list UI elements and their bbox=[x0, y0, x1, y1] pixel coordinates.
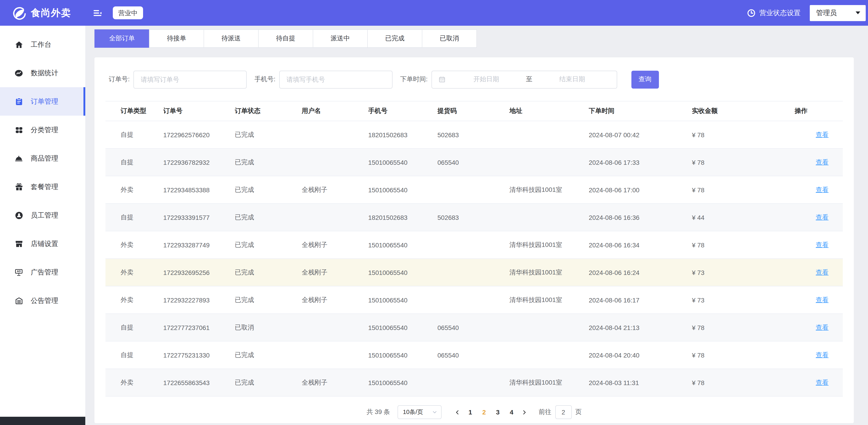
combo-icon bbox=[14, 182, 23, 191]
col-address: 地址 bbox=[509, 107, 589, 115]
cell-time: 2024-08-07 00:42 bbox=[589, 131, 692, 138]
cell-type: 外卖 bbox=[105, 296, 163, 304]
end-date-placeholder[interactable]: 结束日期 bbox=[534, 75, 610, 84]
user-name: 管理员 bbox=[816, 8, 837, 17]
page-number-1[interactable]: 1 bbox=[464, 405, 477, 419]
phone-input[interactable] bbox=[279, 70, 393, 88]
sidebar-item-employees[interactable]: 员工管理 bbox=[0, 201, 85, 229]
order-icon bbox=[14, 97, 23, 106]
sidebar-item-label: 套餐管理 bbox=[31, 182, 58, 191]
cell-time: 2024-08-04 21:13 bbox=[589, 324, 692, 331]
prev-page-button[interactable] bbox=[452, 405, 463, 419]
sidebar: 工作台 数据统计 订单管理 分类管理 bbox=[0, 26, 85, 425]
sidebar-item-label: 工作台 bbox=[31, 40, 51, 49]
tab-pending-pickup[interactable]: 待自提 bbox=[258, 29, 313, 48]
view-link[interactable]: 查看 bbox=[816, 158, 829, 166]
cell-amount: ¥ 78 bbox=[692, 324, 795, 331]
cell-actions: 查看 bbox=[795, 158, 843, 166]
next-page-button[interactable] bbox=[518, 405, 530, 419]
table-row: 自提1722775231330已完成150100655400655402024-… bbox=[105, 341, 843, 369]
sidebar-footer-bar[interactable] bbox=[0, 417, 85, 425]
cell-order-no: 1722777237061 bbox=[163, 324, 235, 331]
cell-order-no: 1722933287749 bbox=[163, 241, 235, 249]
business-status-button[interactable]: 营业状态设置 bbox=[747, 8, 801, 17]
cell-type: 外卖 bbox=[105, 241, 163, 249]
home-icon bbox=[14, 40, 23, 49]
sidebar-item-shop-settings[interactable]: 店铺设置 bbox=[0, 229, 85, 258]
page-size-value: 10条/页 bbox=[403, 408, 423, 416]
page-number-4[interactable]: 4 bbox=[505, 405, 518, 419]
page-size-select[interactable]: 10条/页 bbox=[397, 405, 441, 419]
category-icon bbox=[14, 125, 23, 135]
view-link[interactable]: 查看 bbox=[816, 131, 829, 138]
view-link[interactable]: 查看 bbox=[816, 186, 829, 193]
tab-pending-accept[interactable]: 待接单 bbox=[149, 29, 204, 48]
table-body: 自提1722962576620已完成182015026835026832024-… bbox=[105, 121, 843, 397]
cell-order-no: 1722932695256 bbox=[163, 269, 235, 276]
view-link[interactable]: 查看 bbox=[816, 241, 829, 248]
goto-page-input[interactable] bbox=[555, 405, 571, 419]
cell-type: 外卖 bbox=[105, 186, 163, 194]
cell-phone: 18201502683 bbox=[368, 214, 437, 221]
view-link[interactable]: 查看 bbox=[816, 351, 829, 358]
sidebar-item-statistics[interactable]: 数据统计 bbox=[0, 59, 85, 87]
col-order-status: 订单状态 bbox=[235, 107, 302, 115]
top-bar: 食尚外卖 营业中 营业状态设置 管理员 bbox=[0, 0, 868, 26]
view-link[interactable]: 查看 bbox=[816, 323, 829, 331]
sidebar-item-workbench[interactable]: 工作台 bbox=[0, 30, 85, 59]
tab-all-orders[interactable]: 全部订单 bbox=[94, 29, 150, 48]
view-link[interactable]: 查看 bbox=[816, 268, 829, 276]
dish-icon bbox=[14, 154, 23, 163]
cell-type: 自提 bbox=[105, 351, 163, 359]
col-order-no: 订单号 bbox=[163, 107, 235, 115]
cell-amount: ¥ 44 bbox=[692, 214, 795, 221]
pagination: 共 39 条 10条/页 1234 前往 页 bbox=[105, 405, 843, 420]
col-phone: 手机号 bbox=[368, 107, 437, 115]
sidebar-item-label: 分类管理 bbox=[31, 125, 58, 134]
sidebar-item-combos[interactable]: 套餐管理 bbox=[0, 173, 85, 201]
view-link[interactable]: 查看 bbox=[816, 378, 829, 386]
page-number-3[interactable]: 3 bbox=[491, 405, 504, 419]
cell-phone: 18201502683 bbox=[368, 131, 437, 138]
start-date-placeholder[interactable]: 开始日期 bbox=[448, 75, 524, 84]
table-header: 订单类型 订单号 订单状态 用户名 手机号 提货码 地址 下单时间 实收金额 操… bbox=[105, 101, 843, 121]
main-content: 全部订单 待接单 待派送 待自提 派送中 已完成 已取消 订单号: 手机号: 下… bbox=[85, 26, 868, 425]
tab-delivering[interactable]: 派送中 bbox=[313, 29, 368, 48]
cell-address: 清华科技园1001室 bbox=[509, 186, 589, 194]
view-link[interactable]: 查看 bbox=[816, 296, 829, 303]
cell-actions: 查看 bbox=[795, 268, 843, 277]
user-dropdown[interactable]: 管理员 bbox=[810, 5, 866, 21]
date-range-input[interactable]: 开始日期 至 结束日期 bbox=[431, 70, 617, 88]
cell-username: 全栈刚子 bbox=[302, 296, 368, 304]
sidebar-item-notices[interactable]: 公告管理 bbox=[0, 286, 85, 315]
sidebar-item-ads[interactable]: AD 广告管理 bbox=[0, 258, 85, 286]
order-no-input[interactable] bbox=[133, 70, 247, 88]
cell-time: 2024-08-04 20:40 bbox=[589, 351, 692, 359]
cell-status: 已完成 bbox=[235, 268, 302, 277]
table-row: 外卖1722932227893已完成全栈刚子15010065540清华科技园10… bbox=[105, 286, 843, 314]
col-actions: 操作 bbox=[795, 107, 843, 115]
view-link[interactable]: 查看 bbox=[816, 213, 829, 221]
col-amount: 实收金额 bbox=[692, 107, 795, 115]
cell-phone: 15010065540 bbox=[368, 269, 437, 276]
cell-actions: 查看 bbox=[795, 241, 843, 249]
sidebar-item-dishes[interactable]: 商品管理 bbox=[0, 144, 85, 173]
table-row: 外卖1722933287749已完成全栈刚子15010065540清华科技园10… bbox=[105, 231, 843, 259]
tab-completed[interactable]: 已完成 bbox=[367, 29, 422, 48]
order-time-label: 下单时间: bbox=[400, 75, 428, 84]
cell-actions: 查看 bbox=[795, 351, 843, 359]
cell-amount: ¥ 78 bbox=[692, 159, 795, 166]
table-row: 自提1722933391577已完成182015026835026832024-… bbox=[105, 204, 843, 231]
sidebar-item-categories[interactable]: 分类管理 bbox=[0, 116, 85, 144]
cell-amount: ¥ 73 bbox=[692, 296, 795, 304]
tab-pending-dispatch[interactable]: 待派送 bbox=[204, 29, 258, 48]
cell-amount: ¥ 78 bbox=[692, 131, 795, 138]
sidebar-collapse-icon[interactable] bbox=[92, 7, 103, 18]
sidebar-item-label: 订单管理 bbox=[31, 97, 58, 106]
cell-amount: ¥ 78 bbox=[692, 241, 795, 249]
search-button[interactable]: 查询 bbox=[631, 70, 659, 88]
tab-cancelled[interactable]: 已取消 bbox=[422, 29, 477, 48]
sidebar-item-orders[interactable]: 订单管理 bbox=[0, 87, 85, 116]
cell-phone: 15010065540 bbox=[368, 159, 437, 166]
page-number-2[interactable]: 2 bbox=[477, 405, 490, 419]
